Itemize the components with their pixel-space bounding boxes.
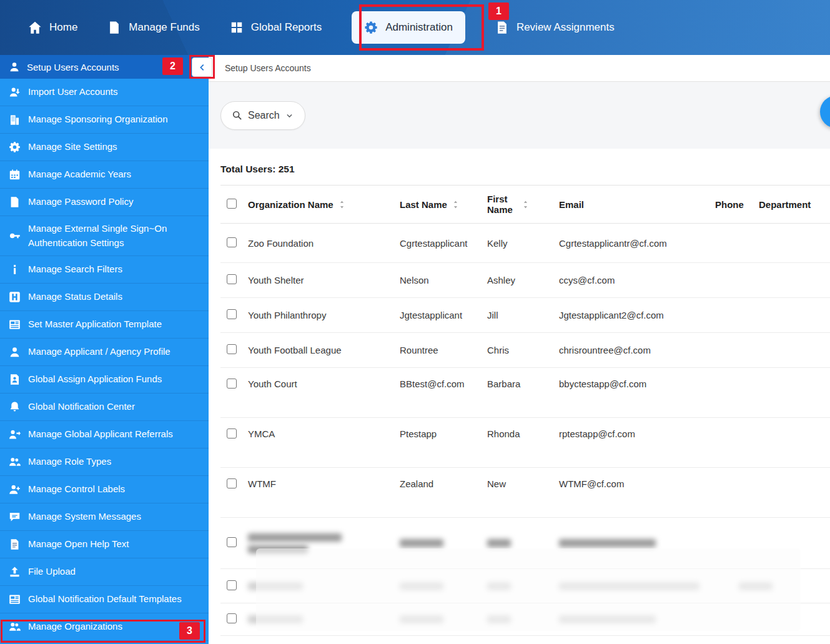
sidebar-item-manage-status-details[interactable]: Manage Status Details (0, 284, 209, 311)
sidebar-item-manage-organizations[interactable]: Manage Organizations (0, 613, 209, 641)
sidebar-item-manage-control-labels[interactable]: Manage Control Labels (0, 476, 209, 503)
cell-last-name (400, 580, 487, 592)
cell-organization: Youth Court (248, 379, 400, 389)
sidebar-item-manage-search-filters[interactable]: Manage Search Filters (0, 256, 209, 284)
row-select-cell (220, 429, 248, 440)
cell-organization: YMCA (248, 429, 400, 439)
upload-icon (9, 566, 21, 578)
sidebar-item-manage-external-single-sign-on-authentication-settings[interactable]: Manage External Single Sign~On Authentic… (0, 216, 209, 256)
sidebar-header-setup-users-accounts[interactable]: Setup Users Accounts (0, 55, 209, 79)
nav-item-home[interactable]: Home (28, 21, 77, 34)
cell-email: WTMF@cf.com (559, 478, 715, 489)
row-select-cell (220, 580, 248, 592)
cell-organization (248, 532, 400, 555)
row-checkbox[interactable] (227, 537, 237, 547)
search-section: Search (209, 82, 830, 149)
sidebar-item-manage-sponsoring-organization[interactable]: Manage Sponsoring Organization (0, 106, 209, 134)
row-checkbox[interactable] (227, 613, 237, 623)
sidebar-item-label: Manage External Single Sign~On Authentic… (28, 222, 200, 250)
sidebar-item-label: Manage Control Labels (28, 482, 200, 497)
sidebar-item-import-user-accounts[interactable]: Import User Accounts (0, 79, 209, 106)
nav-item-administration[interactable]: Administration (352, 11, 465, 44)
sidebar-item-manage-applicant-agency-profile[interactable]: Manage Applicant / Agency Profile (0, 339, 209, 366)
sidebar: Setup Users Accounts Import User Account… (0, 55, 209, 644)
chevron-left-icon (198, 63, 207, 72)
row-select-cell (220, 237, 248, 249)
breadcrumb-label: Setup Users Accounts (225, 63, 311, 73)
column-header-last-name[interactable]: Last Name (400, 199, 487, 210)
sidebar-item-manage-academic-years[interactable]: Manage Academic Years (0, 161, 209, 189)
cell-first-name (487, 580, 559, 592)
sidebar-item-manage-password-policy[interactable]: Manage Password Policy (0, 189, 209, 216)
search-button[interactable]: Search (220, 101, 305, 130)
table-header-row: Organization NameLast NameFirst NameEmai… (220, 185, 830, 224)
sidebar-item-file-upload[interactable]: File Upload (0, 558, 209, 586)
row-select-cell (220, 309, 248, 321)
cell-organization (248, 613, 400, 625)
sidebar-item-manage-site-settings[interactable]: Manage Site Settings (0, 134, 209, 161)
row-select-cell (220, 478, 248, 490)
sidebar-item-manage-role-types[interactable]: Manage Role Types (0, 448, 209, 476)
cell-email: rptestapp@cf.com (559, 429, 715, 439)
cell-organization: Youth Football League (248, 345, 400, 355)
row-checkbox[interactable] (227, 478, 237, 488)
sidebar-collapse-button[interactable] (192, 57, 212, 77)
table-body: Zoo FoundationCgrtestapplicantKellyCgrte… (220, 224, 830, 636)
sidebar-item-label: Global Notification Default Templates (28, 592, 200, 607)
home-icon (28, 21, 42, 34)
cell-last-name: Jgtestapplicant (400, 310, 487, 320)
column-header-label: Phone (715, 199, 744, 210)
row-checkbox[interactable] (227, 379, 237, 389)
template-icon (9, 593, 21, 605)
sidebar-item-manage-open-help-text[interactable]: Manage Open Help Text (0, 531, 209, 558)
row-checkbox[interactable] (227, 274, 237, 284)
column-header-phone: Phone (715, 199, 759, 210)
sidebar-item-global-assign-application-funds[interactable]: Global Assign Application Funds (0, 366, 209, 394)
cell-email (559, 537, 715, 549)
row-checkbox[interactable] (227, 429, 237, 438)
cell-first-name: New (487, 478, 559, 489)
table-row: Youth ShelterNelsonAshleyccys@cf.com (220, 263, 830, 298)
row-checkbox[interactable] (227, 309, 237, 319)
nav-item-manage-funds[interactable]: Manage Funds (107, 21, 199, 34)
sidebar-item-label: Manage Password Policy (28, 195, 200, 209)
sort-icon[interactable] (521, 200, 530, 209)
sidebar-item-set-master-application-template[interactable]: Set Master Application Template (0, 311, 209, 339)
main-content: Setup Users Accounts Search Total Users:… (209, 55, 830, 644)
cell-email: Cgrtestapplicantr@cf.com (559, 238, 715, 249)
cell-email (559, 613, 715, 625)
cell-first-name: Rhonda (487, 429, 559, 439)
sort-icon[interactable] (452, 200, 460, 209)
cell-first-name: Kelly (487, 238, 559, 249)
nav-item-review-assignments[interactable]: Review Assignments (495, 21, 615, 34)
info-icon (9, 264, 21, 275)
sidebar-item-global-notification-default-templates[interactable]: Global Notification Default Templates (0, 586, 209, 613)
row-checkbox[interactable] (227, 237, 237, 247)
cell-organization: WTMF (248, 478, 400, 489)
row-checkbox[interactable] (227, 344, 237, 354)
cell-organization: Youth Shelter (248, 275, 400, 285)
column-header-first-name[interactable]: First Name (487, 194, 559, 215)
cell-first-name: Ashley (487, 275, 559, 285)
table-row: WTMFZealandNewWTMF@cf.com (220, 468, 830, 518)
nav-item-label: Administration (385, 21, 453, 34)
top-navigation: HomeManage FundsGlobal ReportsAdministra… (0, 0, 830, 55)
cell-last-name: BBtest@cf.com (400, 379, 487, 389)
sidebar-item-global-notification-center[interactable]: Global Notification Center (0, 394, 209, 421)
assign-funds-icon (9, 374, 21, 385)
nav-item-label: Manage Funds (129, 21, 199, 34)
row-checkbox[interactable] (227, 580, 237, 590)
column-header-organization-name[interactable]: Organization Name (248, 199, 400, 210)
import-user-icon (9, 86, 21, 98)
table-row: Youth PhilanthropyJgtestapplicantJillJgt… (220, 298, 830, 333)
sidebar-item-manage-global-applicant-referrals[interactable]: Manage Global Applicant Referrals (0, 421, 209, 448)
table-section: Total Users: 251 Organization NameLast N… (209, 149, 830, 636)
select-all-checkbox[interactable] (227, 199, 237, 209)
sidebar-item-manage-system-messages[interactable]: Manage System Messages (0, 503, 209, 531)
nav-item-global-reports[interactable]: Global Reports (230, 21, 322, 34)
sort-icon[interactable] (338, 200, 346, 209)
cell-organization: Zoo Foundation (248, 238, 400, 249)
gear-icon (364, 21, 378, 34)
key-icon (9, 230, 21, 242)
gear-icon (9, 141, 21, 153)
